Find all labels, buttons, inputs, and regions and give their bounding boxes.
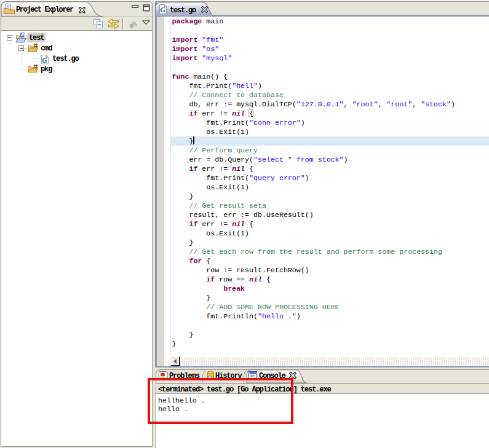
svg-text:G: G: [20, 31, 25, 38]
svg-text:G: G: [160, 6, 165, 14]
svg-text:G: G: [42, 57, 48, 64]
